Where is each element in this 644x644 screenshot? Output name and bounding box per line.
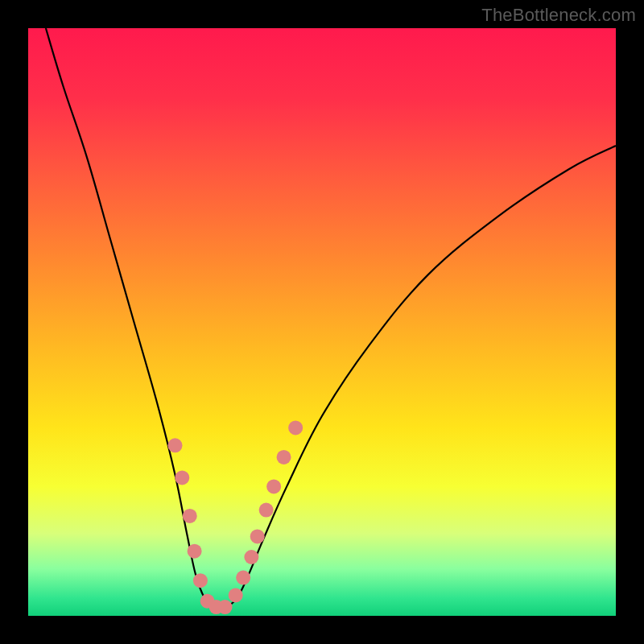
curve-marker [218,600,233,614]
curve-marker [175,470,189,485]
curve-marker [277,450,291,464]
curve-marker [236,571,250,585]
curve-marker [244,550,258,564]
curve-marker [183,509,197,523]
curve-marker [250,529,265,543]
chart-frame: TheBottleneck.com [0,0,644,644]
plot-svg [28,28,616,616]
curve-marker [188,544,202,559]
curve-marker [229,588,243,602]
watermark-text: TheBottleneck.com [481,5,636,26]
curve-marker [193,573,208,588]
gradient-background [28,28,616,616]
curve-marker [288,420,303,435]
curve-marker [266,479,281,493]
plot-area [28,28,616,616]
curve-marker [259,503,274,518]
curve-marker [168,438,183,452]
